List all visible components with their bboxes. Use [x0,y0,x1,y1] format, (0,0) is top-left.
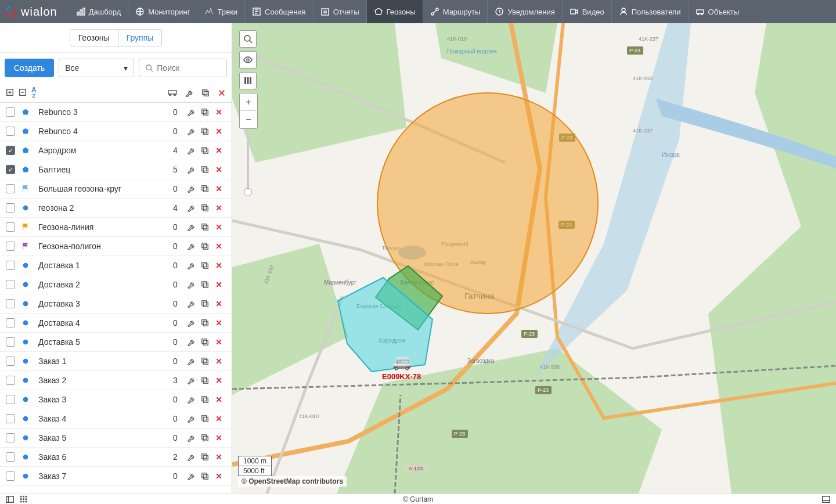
geofence-row[interactable]: Заказ 62 [0,448,232,467]
checkbox[interactable] [6,203,15,213]
wrench-icon[interactable] [184,472,198,480]
checkbox[interactable] [6,184,15,193]
wrench-icon[interactable] [184,280,198,289]
add-icon[interactable] [6,88,14,96]
checkbox[interactable] [6,107,15,117]
checkbox[interactable] [6,222,15,232]
copy-icon[interactable] [198,280,212,289]
copy-icon[interactable] [198,453,212,461]
wrench-icon[interactable] [184,146,198,154]
copy-icon[interactable] [198,300,212,308]
copy-icon[interactable] [198,127,212,135]
zoom-slider-thumb[interactable] [244,188,252,196]
copy-header-icon[interactable] [201,89,210,97]
delete-icon[interactable] [212,319,226,326]
nav-tracks[interactable]: Треки [197,0,244,23]
copy-icon[interactable] [198,146,212,154]
checkbox[interactable] [6,414,15,423]
wrench-icon[interactable] [184,223,198,231]
zoom-in-button[interactable]: + [240,93,257,111]
delete-icon[interactable] [212,128,226,135]
bottom-panel-icon[interactable] [822,495,830,503]
copy-icon[interactable] [198,434,212,442]
panel-toggle-icon[interactable] [6,495,14,503]
checkbox[interactable] [6,280,15,289]
wrench-icon[interactable] [184,204,198,212]
filter-select[interactable]: Все ▾ [59,59,134,77]
wrench-icon[interactable] [184,185,198,193]
delete-icon[interactable] [212,281,226,288]
geofence-row[interactable]: Доставка 20 [0,275,232,294]
geofence-row[interactable]: Доставка 40 [0,314,232,333]
delete-icon[interactable] [212,224,226,231]
wrench-icon[interactable] [184,357,198,365]
wrench-icon[interactable] [184,319,198,327]
delete-icon[interactable] [212,185,226,192]
map-visibility-button[interactable] [239,51,257,69]
delete-icon[interactable] [212,434,226,441]
checkbox[interactable] [6,376,15,385]
wrench-header-icon[interactable] [185,89,193,97]
map-layers-button[interactable] [239,72,257,89]
checkbox[interactable] [6,261,15,270]
wrench-icon[interactable] [184,165,198,174]
delete-header-icon[interactable] [218,89,226,97]
copy-icon[interactable] [198,223,212,231]
geofence-row[interactable]: геозона 24 [0,199,232,218]
nav-monitoring[interactable]: Мониторинг [128,0,197,23]
wrench-icon[interactable] [184,127,198,135]
checkbox[interactable] [6,357,15,366]
delete-icon[interactable] [212,166,226,173]
delete-icon[interactable] [212,339,226,345]
geofence-row[interactable]: Заказ 40 [0,409,232,429]
copy-icon[interactable] [198,415,212,423]
delete-icon[interactable] [212,243,226,250]
geofence-row[interactable]: Заказ 50 [0,429,232,448]
geofence-row[interactable]: Заказ 30 [0,390,232,409]
geofence-row[interactable]: Доставка 50 [0,333,232,352]
delete-icon[interactable] [212,453,226,460]
delete-icon[interactable] [212,204,226,211]
copy-icon[interactable] [198,165,212,174]
checkbox[interactable] [6,471,15,481]
wrench-icon[interactable] [184,434,198,442]
nav-video[interactable]: Видео [562,0,611,23]
checkbox[interactable] [6,395,15,404]
geofence-row[interactable]: Доставка 30 [0,294,232,314]
geofence-row[interactable]: Rebunco 40 [0,122,232,141]
delete-icon[interactable] [212,377,226,384]
delete-icon[interactable] [212,358,226,365]
wrench-icon[interactable] [184,415,198,423]
checkbox[interactable] [6,165,15,174]
geofence-row[interactable]: Rebunco 30 [0,103,232,122]
copy-icon[interactable] [198,108,212,116]
map[interactable]: P-23 P-23 P-23 P-23 P-23 P-23 A-120 41K-… [232,23,836,494]
nav-users[interactable]: Пользователи [611,0,688,23]
wrench-icon[interactable] [184,242,198,250]
wrench-icon[interactable] [184,261,198,269]
geofence-row[interactable]: Заказ 23 [0,371,232,390]
delete-icon[interactable] [212,415,226,422]
geofence-row[interactable]: Аэродром4 [0,141,232,160]
sort-az-icon[interactable]: AZ [31,87,37,98]
nav-routes[interactable]: Маршруты [423,0,488,23]
geofence-list[interactable]: Rebunco 30Rebunco 40Аэродром4Балтиец5Бол… [0,103,232,494]
checkbox[interactable] [6,433,15,442]
checkbox[interactable] [6,242,15,251]
wrench-icon[interactable] [184,395,198,404]
wrench-icon[interactable] [184,108,198,116]
geofence-row[interactable]: Геозона-линия0 [0,218,232,237]
map-search-button[interactable] [239,30,257,48]
copy-icon[interactable] [198,395,212,404]
checkbox[interactable] [6,127,15,136]
checkbox[interactable] [6,318,15,327]
copy-icon[interactable] [198,376,212,384]
wrench-icon[interactable] [184,376,198,384]
delete-icon[interactable] [212,147,226,154]
copy-icon[interactable] [198,319,212,327]
geofence-row[interactable]: Балтиец5 [0,160,232,179]
geofence-row[interactable]: Заказ 10 [0,352,232,371]
search-box[interactable] [139,59,227,77]
delete-icon[interactable] [212,396,226,403]
tab-groups[interactable]: Группы [118,29,163,46]
